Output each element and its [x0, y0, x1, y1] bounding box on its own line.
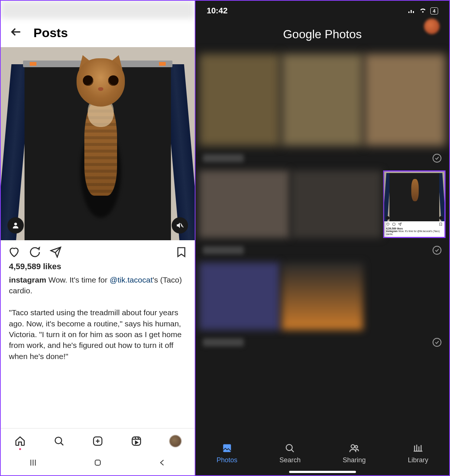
notification-dot — [19, 448, 21, 450]
android-back[interactable] — [157, 457, 168, 468]
svg-point-9 — [433, 338, 441, 346]
like-button[interactable] — [8, 246, 20, 258]
instagram-screen: Posts — [1, 1, 195, 475]
svg-point-11 — [286, 444, 292, 450]
app-title: Google PhotosPhotos — [283, 27, 362, 41]
caption-body: "Taco started using the treadmill about … — [9, 308, 182, 361]
android-recents[interactable] — [28, 457, 38, 468]
photo-row: 4,59,589 likes instagram Wow. It's time … — [195, 169, 449, 239]
ig-bottom-nav — [1, 428, 195, 450]
section-title — [203, 246, 244, 254]
home-indicator[interactable] — [289, 471, 356, 473]
photo-thumb[interactable] — [365, 263, 446, 330]
back-button[interactable] — [10, 25, 23, 40]
nav-search[interactable] — [53, 435, 65, 447]
select-all-icon[interactable] — [432, 153, 442, 163]
svg-point-6 — [433, 154, 441, 162]
photo-thumb[interactable] — [282, 54, 363, 146]
nav-search[interactable]: Search — [279, 443, 301, 464]
signal-icon — [408, 6, 415, 16]
caption-username[interactable]: instagram — [9, 276, 46, 284]
nav-photos[interactable]: Photos — [217, 443, 237, 464]
svg-point-7 — [392, 223, 395, 226]
section-header — [195, 332, 449, 353]
select-all-icon[interactable] — [432, 245, 442, 255]
caption-mention[interactable]: @tik.tacocat — [110, 276, 153, 284]
post-media[interactable] — [1, 47, 195, 240]
photo-thumb[interactable] — [199, 54, 280, 146]
status-bar — [1, 1, 195, 19]
comment-button[interactable] — [29, 246, 41, 258]
photo-thumb[interactable] — [291, 170, 382, 238]
photo-row — [195, 52, 449, 147]
nav-profile[interactable] — [169, 435, 181, 447]
photo-thumb[interactable] — [365, 54, 446, 146]
nav-sharing[interactable]: Sharing — [343, 443, 366, 464]
likes-count[interactable]: 4,59,589 likes — [1, 262, 195, 274]
mini-caption: instagram Wow. It's time for @tik.tacoca… — [384, 230, 444, 237]
account-avatar[interactable] — [424, 19, 440, 34]
select-all-icon[interactable] — [432, 338, 442, 347]
nav-library[interactable]: Library — [408, 443, 428, 464]
post-image — [1, 47, 195, 240]
status-time: 10:42 — [207, 6, 227, 16]
svg-point-2 — [55, 437, 62, 444]
svg-point-13 — [355, 446, 358, 448]
photo-thumb[interactable] — [199, 170, 289, 238]
screenshot-thumb-highlighted[interactable]: 4,59,589 likes instagram Wow. It's time … — [383, 170, 446, 238]
mini-likes: 4,59,589 likes — [384, 227, 444, 230]
mute-icon[interactable] — [172, 217, 188, 234]
share-button[interactable] — [50, 246, 62, 258]
google-photos-screen: 10:42 4 Google PhotosPhotos — [195, 1, 449, 475]
svg-rect-4 — [132, 437, 141, 446]
section-title — [203, 154, 244, 162]
gp-header: Google PhotosPhotos — [195, 19, 449, 52]
save-button[interactable] — [175, 246, 187, 258]
post-caption: instagram Wow. It's time for @tik.tacoca… — [1, 274, 195, 368]
android-system-nav — [1, 450, 195, 475]
svg-rect-10 — [223, 444, 231, 452]
nav-create[interactable] — [92, 435, 104, 447]
status-bar: 10:42 4 — [195, 1, 449, 19]
mini-post-image — [384, 172, 444, 221]
mini-actions — [384, 221, 444, 227]
nav-home[interactable] — [14, 435, 26, 447]
photo-thumb[interactable] — [199, 263, 280, 330]
svg-point-0 — [14, 223, 17, 225]
wifi-icon — [419, 6, 427, 16]
tagged-people-icon[interactable] — [7, 217, 24, 234]
svg-point-12 — [351, 445, 355, 448]
photo-thumb[interactable] — [282, 263, 363, 330]
svg-point-8 — [433, 246, 441, 254]
post-actions — [1, 240, 195, 262]
photo-row — [195, 261, 449, 332]
avatar — [169, 435, 181, 447]
android-home[interactable] — [93, 457, 103, 468]
gp-bottom-nav: Photos Search Sharing Library — [195, 437, 449, 467]
section-header — [195, 239, 449, 261]
ig-header: Posts — [1, 19, 195, 47]
nav-reels[interactable] — [130, 435, 142, 447]
battery-icon: 4 — [430, 7, 438, 14]
svg-rect-5 — [95, 460, 100, 465]
page-title: Posts — [33, 26, 68, 40]
section-header — [195, 147, 449, 169]
svg-line-1 — [181, 224, 183, 228]
section-title — [203, 338, 244, 346]
